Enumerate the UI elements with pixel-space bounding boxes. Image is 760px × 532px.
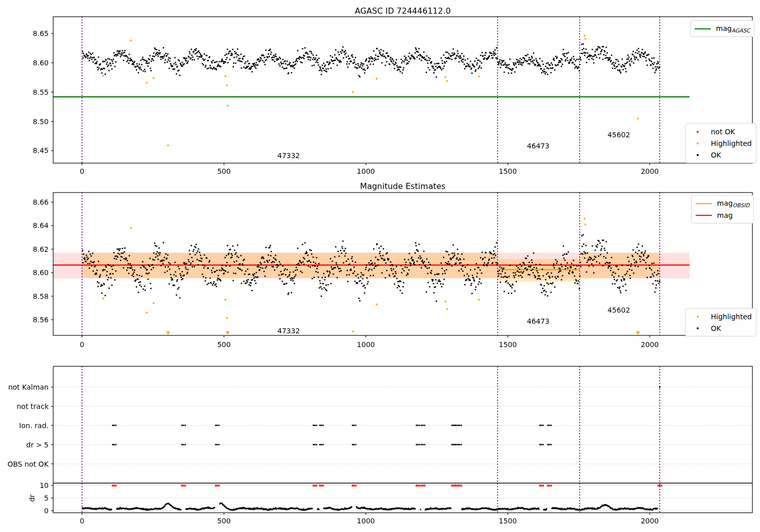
x-tick-label: 500 bbox=[217, 167, 231, 175]
legend-entry-mag-obsid: magOBSID bbox=[696, 198, 749, 209]
flag-category-label: OBS not OK bbox=[0, 460, 49, 468]
x-tick-label: 2000 bbox=[641, 340, 659, 349]
x-tick-label: 0 bbox=[80, 517, 84, 525]
legend-label-highlighted: Highlighted bbox=[711, 139, 752, 147]
x-tick-label: 1000 bbox=[357, 167, 375, 175]
legend-entry-ok: OK bbox=[690, 149, 752, 161]
flag-category-label: not track bbox=[0, 402, 49, 410]
legend-entry-mag: mag bbox=[696, 209, 749, 221]
flag-category-label: Ion. rad. bbox=[0, 422, 49, 430]
orange-dot-swatch-mid bbox=[690, 316, 706, 318]
y-tick-label: 8.50 bbox=[0, 118, 49, 126]
x-tick-label: 1500 bbox=[499, 517, 517, 525]
y-tick-label: 8.66 bbox=[0, 198, 49, 206]
legend-label-ok-mid: OK bbox=[711, 324, 721, 332]
x-tick-label: 0 bbox=[80, 340, 84, 349]
x-tick-label: 1500 bbox=[499, 340, 517, 349]
legend-entry-not-ok: not OK bbox=[690, 126, 752, 137]
legend-entry-highlighted: Highlighted bbox=[690, 137, 752, 149]
orange-dot-swatch bbox=[690, 142, 706, 144]
obsid-label: 46473 bbox=[527, 317, 550, 325]
y-tick-label: 8.60 bbox=[0, 59, 49, 67]
legend-label-mag-obsid: magOBSID bbox=[717, 199, 749, 208]
legend-mag-agasc: magAGASC bbox=[690, 20, 754, 37]
y-tick-label: 8.58 bbox=[0, 292, 49, 300]
obsid-label: 47332 bbox=[277, 151, 300, 160]
y-tick-label: 8.64 bbox=[0, 221, 49, 230]
legend-flags-top: not OK Highlighted OK bbox=[685, 123, 756, 163]
middle-plot-title: Magnitude Estimates bbox=[360, 181, 446, 191]
legend-entry-highlighted-mid: Highlighted bbox=[690, 311, 752, 322]
y-tick-label: 8.60 bbox=[0, 269, 49, 277]
legend-label-mag: mag bbox=[717, 211, 733, 219]
legend-label-not-ok: not OK bbox=[711, 128, 735, 136]
red-dot-swatch bbox=[690, 131, 706, 133]
top-plot-title: AGASC ID 724446112.0 bbox=[355, 6, 450, 16]
flag-category-label: not Kalman bbox=[0, 383, 49, 391]
plot-canvas bbox=[0, 0, 760, 532]
figure: AGASC ID 724446112.0 Magnitude Estimates… bbox=[0, 0, 760, 532]
obsid-label: 47332 bbox=[277, 327, 300, 335]
legend-flags-middle: Highlighted OK bbox=[685, 308, 756, 336]
y-tick-label: 8.62 bbox=[0, 245, 49, 253]
orange-line-swatch bbox=[696, 203, 712, 204]
x-tick-label: 1000 bbox=[357, 340, 375, 349]
green-line-swatch bbox=[695, 28, 711, 29]
obsid-label: 45602 bbox=[607, 131, 630, 139]
y-tick-label: 8.45 bbox=[0, 146, 49, 155]
x-tick-label: 500 bbox=[217, 517, 231, 525]
x-tick-label: 0 bbox=[80, 167, 84, 175]
flag-category-label: dr > 5 bbox=[0, 441, 49, 449]
x-tick-label: 1000 bbox=[357, 517, 375, 525]
dr-tick-label: 5 bbox=[0, 494, 49, 502]
y-tick-label: 8.65 bbox=[0, 29, 49, 37]
obsid-label: 46473 bbox=[527, 142, 550, 150]
dr-tick-label: 0 bbox=[0, 507, 49, 515]
x-tick-label: 2000 bbox=[641, 167, 659, 175]
legend-label-highlighted-mid: Highlighted bbox=[711, 313, 752, 321]
y-tick-label: 8.55 bbox=[0, 88, 49, 96]
legend-label-ok: OK bbox=[711, 151, 721, 159]
legend-mag-lines: magOBSID mag bbox=[691, 195, 754, 223]
legend-entry-ok-mid: OK bbox=[690, 322, 752, 334]
legend-entry-mag-agasc: magAGASC bbox=[695, 23, 750, 34]
x-tick-label: 1500 bbox=[499, 167, 517, 175]
dr-tick-label: 10 bbox=[0, 481, 49, 489]
x-tick-label: 500 bbox=[217, 340, 231, 349]
legend-label-mag-agasc: magAGASC bbox=[716, 24, 750, 33]
x-tick-label: 2000 bbox=[641, 517, 659, 525]
y-tick-label: 8.56 bbox=[0, 316, 49, 324]
black-dot-swatch-mid bbox=[690, 327, 706, 329]
obsid-label: 45602 bbox=[607, 306, 630, 314]
red-line-swatch bbox=[696, 215, 712, 216]
black-dot-swatch bbox=[690, 154, 706, 156]
